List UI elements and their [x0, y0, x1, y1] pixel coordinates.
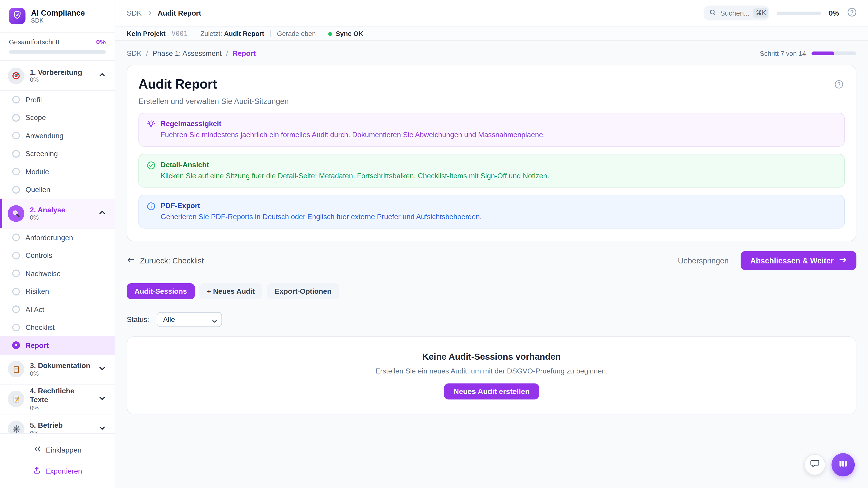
search-shortcut-badge: ⌘K — [753, 8, 769, 18]
info-box-body: Fuehren Sie mindestens jaehrlich ein for… — [160, 131, 545, 139]
sidebar-section-vorbereitung[interactable]: 1. Vorbereitung 0% — [0, 61, 115, 91]
radio-icon — [12, 288, 20, 295]
page-content: SDK / Phase 1: Assessment / Report Schri… — [115, 41, 868, 488]
radio-icon — [12, 252, 20, 259]
info-box-regelmaessigkeit: Regelmaessigkeit Fuehren Sie mindestens … — [138, 113, 845, 147]
search-icon — [709, 8, 717, 18]
sidebar-item-anwendung[interactable]: Anwendung — [0, 127, 115, 145]
section-progress: 0% — [30, 404, 93, 411]
main-area: SDK Audit Report ⌘K 0% — [115, 0, 868, 488]
radio-icon — [12, 168, 20, 175]
chevron-up-icon — [98, 208, 106, 218]
section-label: 2. Analyse — [30, 205, 93, 214]
breadcrumb-phase[interactable]: Phase 1: Assessment — [152, 49, 221, 58]
sidebar-item-screening[interactable]: Screening — [0, 144, 115, 163]
sidebar-item-quellen[interactable]: Quellen — [0, 181, 115, 199]
sidebar-header: AI Compliance SDK — [0, 0, 115, 32]
radio-icon — [12, 96, 20, 103]
sidebar-item-controls[interactable]: Controls — [0, 247, 115, 265]
sidebar-item-profil[interactable]: Profil — [0, 91, 115, 109]
collapse-sidebar-button[interactable]: Einklappen — [5, 442, 109, 458]
sidebar-item-module[interactable]: Module — [0, 163, 115, 181]
sidebar: AI Compliance SDK Gesamtfortschritt 0% 1… — [0, 0, 115, 488]
help-icon[interactable] — [847, 7, 857, 19]
chevron-down-icon — [98, 424, 106, 433]
check-circle-icon — [147, 161, 156, 180]
memo-icon — [8, 391, 24, 407]
create-audit-button[interactable]: Neues Audit erstellen — [444, 383, 539, 399]
chevron-up-icon — [98, 70, 106, 80]
board-view-fab[interactable] — [831, 453, 855, 477]
app-logo — [9, 8, 25, 24]
tab-neues-audit[interactable]: + Neues Audit — [199, 283, 263, 299]
step-progress: Schritt 7 von 14 — [760, 50, 856, 57]
radio-icon — [12, 150, 20, 158]
radio-icon — [12, 114, 20, 122]
tabs: Audit-Sessions + Neues Audit Export-Opti… — [127, 283, 857, 299]
status-bar: Kein Projekt V001 Zuletzt: Audit Report … — [115, 27, 868, 41]
sidebar-section-analyse[interactable]: 2. Analyse 0% — [0, 199, 115, 228]
tab-audit-sessions[interactable]: Audit-Sessions — [127, 283, 195, 299]
sidebar-item-risiken[interactable]: Risiken — [0, 283, 115, 300]
section-progress: 0% — [30, 370, 93, 377]
empty-state-title: Keine Audit-Sessions vorhanden — [422, 352, 561, 361]
empty-state-body: Erstellen Sie ein neues Audit, um mit de… — [375, 366, 608, 375]
breadcrumb-current: Audit Report — [158, 9, 201, 17]
page-header-card: Audit Report Erstellen und verwalten Sie… — [127, 65, 857, 241]
chevron-right-icon — [147, 8, 153, 18]
sidebar-item-checklist[interactable]: Checklist — [0, 318, 115, 336]
search-box[interactable]: ⌘K — [704, 5, 769, 20]
sidebar-item-report[interactable]: Report — [0, 336, 115, 355]
breadcrumb-current: Report — [232, 49, 256, 58]
sidebar-item-ai-act[interactable]: AI Act — [0, 300, 115, 319]
sidebar-item-scope[interactable]: Scope — [0, 109, 115, 127]
status-filter-select[interactable]: Alle — [157, 312, 222, 327]
info-circle-icon — [147, 202, 156, 221]
overall-progress-label: Gesamtfortschritt — [9, 38, 59, 46]
sidebar-section-betrieb[interactable]: 5. Betrieb 0% — [0, 414, 115, 433]
sidebar-item-nachweise[interactable]: Nachweise — [0, 265, 115, 283]
app-window: AI Compliance SDK Gesamtfortschritt 0% 1… — [0, 0, 868, 488]
breadcrumb-root[interactable]: SDK — [127, 9, 142, 17]
app-title: AI Compliance — [31, 8, 85, 17]
magnifier-icon — [8, 205, 24, 221]
breadcrumb-sdk[interactable]: SDK — [127, 49, 142, 58]
radio-icon — [12, 234, 20, 241]
chat-fab[interactable] — [804, 454, 825, 475]
page-subtitle: Erstellen und verwalten Sie Audit-Sitzun… — [138, 97, 845, 106]
info-box-title: Detail-Ansicht — [160, 160, 549, 169]
chevron-down-icon — [98, 394, 106, 404]
step-progress-bar — [811, 52, 856, 55]
lightbulb-icon — [147, 120, 156, 139]
skip-button[interactable]: Ueberspringen — [678, 256, 729, 265]
section-progress: 0% — [30, 214, 93, 221]
export-button[interactable]: Exportieren — [5, 462, 109, 479]
tab-export-optionen[interactable]: Export-Optionen — [267, 283, 339, 299]
sidebar-section-rechtliche-texte[interactable]: 4. Rechtliche Texte 0% — [0, 384, 115, 414]
sidebar-item-anforderungen[interactable]: Anforderungen — [0, 228, 115, 247]
step-label: Schritt 7 von 14 — [760, 50, 806, 57]
status-filter-select-wrap: Alle — [157, 312, 222, 327]
radio-icon — [12, 324, 20, 331]
sidebar-section-dokumentation[interactable]: 3. Dokumentation 0% — [0, 355, 115, 384]
search-input[interactable] — [720, 9, 749, 17]
section-label: 4. Rechtliche Texte — [30, 387, 93, 404]
info-box-body: Klicken Sie auf eine Sitzung fuer die De… — [160, 171, 549, 180]
info-box-pdf-export: PDF-Export Generieren Sie PDF-Reports in… — [138, 195, 845, 228]
project-name: Kein Projekt — [127, 30, 166, 37]
help-icon[interactable] — [834, 80, 844, 91]
section-label: 1. Vorbereitung — [30, 68, 93, 76]
info-box-title: PDF-Export — [160, 201, 482, 210]
section-progress: 0% — [30, 430, 93, 433]
complete-next-button[interactable]: Abschliessen & Weiter — [741, 251, 857, 270]
section-label: 5. Betrieb — [30, 421, 93, 430]
radio-icon — [12, 269, 20, 277]
sync-ok-dot — [329, 32, 332, 36]
info-box-body: Generieren Sie PDF-Reports in Deutsch od… — [160, 213, 482, 221]
info-box-title: Regelmaessigkeit — [160, 120, 545, 128]
info-box-detail-ansicht: Detail-Ansicht Klicken Sie auf eine Sitz… — [138, 154, 845, 188]
breadcrumb: SDK / Phase 1: Assessment / Report — [127, 49, 256, 58]
back-link[interactable]: Zurueck: Checklist — [127, 256, 204, 265]
radio-icon — [12, 186, 20, 193]
shield-check-icon — [12, 10, 22, 22]
